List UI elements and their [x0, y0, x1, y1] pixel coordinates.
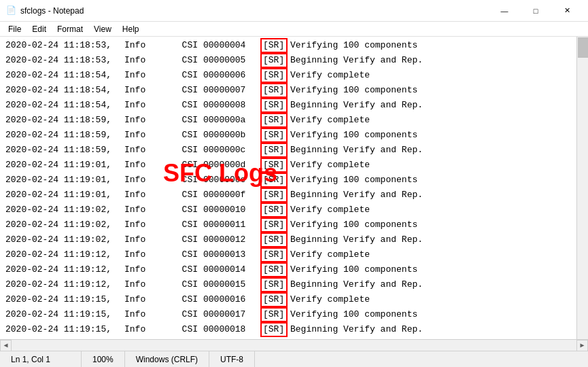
log-code: 00000004: [203, 39, 258, 52]
log-level: Info: [124, 219, 155, 231]
log-message: Verify complete: [290, 159, 370, 171]
log-lines: 2020-02-24 11:18:53, Info CSI 00000004 […: [0, 38, 588, 338]
log-code: 00000008: [203, 99, 258, 111]
log-source: CSI: [160, 54, 198, 67]
scroll-left-arrow[interactable]: ◀: [0, 340, 12, 351]
log-level: Info: [124, 174, 155, 186]
log-message: Verifying 100 components: [290, 264, 417, 276]
title-bar: 📄 sfclogs - Notepad — □ ✕: [0, 0, 588, 22]
log-source: CSI: [160, 279, 198, 291]
log-code: 0000000a: [203, 114, 258, 126]
menu-format[interactable]: Format: [52, 23, 88, 35]
log-message: Verify complete: [290, 69, 370, 82]
log-level: Info: [124, 309, 155, 321]
log-line: 2020-02-24 11:18:53, Info CSI 00000004 […: [0, 38, 588, 53]
log-code: 00000005: [203, 54, 258, 67]
log-source: CSI: [160, 84, 198, 97]
horizontal-scrollbar[interactable]: ◀ ▶: [0, 339, 588, 351]
log-message: Verifying 100 components: [290, 39, 417, 52]
log-sr: [SR]: [260, 322, 288, 337]
log-code: 00000014: [203, 264, 258, 276]
vertical-scrollbar[interactable]: [576, 37, 588, 339]
log-code: 0000000b: [203, 129, 258, 141]
log-sr: [SR]: [260, 232, 288, 247]
encoding[interactable]: UTF-8: [209, 351, 255, 367]
log-datetime: 2020-02-24 11:18:54,: [5, 84, 124, 97]
log-line: 2020-02-24 11:19:15, Info CSI 00000018 […: [0, 322, 588, 337]
log-message: Beginning Verify and Rep.: [290, 54, 423, 67]
log-level: Info: [124, 129, 155, 141]
log-line: 2020-02-24 11:19:12, Info CSI 00000015 […: [0, 277, 588, 292]
log-message: Verify complete: [290, 114, 370, 126]
log-code: 00000010: [203, 204, 258, 216]
log-line: 2020-02-24 11:19:12, Info CSI 00000013 […: [0, 247, 588, 262]
log-sr: [SR]: [260, 262, 288, 277]
log-datetime: 2020-02-24 11:18:54,: [5, 69, 124, 82]
log-sr: [SR]: [260, 292, 288, 307]
status-bar: Ln 1, Col 1 100% Windows (CRLF) UTF-8: [0, 351, 588, 367]
log-datetime: 2020-02-24 11:18:59,: [5, 144, 124, 156]
log-level: Info: [124, 234, 155, 246]
menu-file[interactable]: File: [3, 23, 27, 35]
log-datetime: 2020-02-24 11:18:54,: [5, 99, 124, 111]
log-sr: [SR]: [260, 68, 288, 83]
line-ending[interactable]: Windows (CRLF): [125, 351, 209, 367]
log-message: Beginning Verify and Rep.: [290, 144, 423, 156]
log-datetime: 2020-02-24 11:19:01,: [5, 189, 124, 201]
log-code: 00000006: [203, 69, 258, 82]
log-sr: [SR]: [260, 83, 288, 98]
log-code: 0000000e: [203, 174, 258, 186]
log-level: Info: [124, 69, 155, 82]
log-level: Info: [124, 144, 155, 156]
cursor-position: Ln 1, Col 1: [0, 351, 82, 367]
log-sr: [SR]: [260, 38, 288, 53]
log-line: 2020-02-24 11:18:54, Info CSI 00000008 […: [0, 98, 588, 113]
minimize-button[interactable]: —: [489, 0, 520, 22]
menu-edit[interactable]: Edit: [27, 23, 52, 35]
log-sr: [SR]: [260, 188, 288, 203]
log-source: CSI: [160, 69, 198, 82]
log-sr: [SR]: [260, 217, 288, 232]
log-level: Info: [124, 249, 155, 261]
log-message: Verifying 100 components: [290, 309, 417, 321]
menu-help[interactable]: Help: [117, 23, 145, 35]
menu-view[interactable]: View: [88, 23, 117, 35]
log-level: Info: [124, 84, 155, 97]
log-line: 2020-02-24 11:19:02, Info CSI 00000012 […: [0, 232, 588, 247]
log-code: 00000015: [203, 279, 258, 291]
log-datetime: 2020-02-24 11:19:01,: [5, 159, 124, 171]
log-source: CSI: [160, 324, 198, 336]
menu-bar: File Edit Format View Help: [0, 22, 588, 37]
close-button[interactable]: ✕: [551, 0, 583, 22]
zoom-level[interactable]: 100%: [82, 351, 125, 367]
log-message: Verifying 100 components: [290, 129, 417, 141]
log-line: 2020-02-24 11:18:54, Info CSI 00000006 […: [0, 68, 588, 83]
log-source: CSI: [160, 234, 198, 246]
log-datetime: 2020-02-24 11:18:53,: [5, 54, 124, 67]
log-message: Beginning Verify and Rep.: [290, 234, 423, 246]
log-sr: [SR]: [260, 247, 288, 262]
log-container[interactable]: SFC Logs 2020-02-24 11:18:53, Info CSI 0…: [0, 37, 588, 339]
log-message: Verify complete: [290, 204, 370, 216]
log-message: Verify complete: [290, 294, 370, 306]
log-sr: [SR]: [260, 173, 288, 188]
log-message: Verifying 100 components: [290, 84, 417, 97]
log-level: Info: [124, 54, 155, 67]
log-source: CSI: [160, 189, 198, 201]
log-level: Info: [124, 294, 155, 306]
maximize-button[interactable]: □: [520, 0, 551, 22]
log-line: 2020-02-24 11:19:02, Info CSI 00000010 […: [0, 203, 588, 217]
scrollbar-h-track[interactable]: [12, 340, 576, 351]
scroll-right-arrow[interactable]: ▶: [576, 340, 588, 351]
log-datetime: 2020-02-24 11:19:12,: [5, 279, 124, 291]
log-line: 2020-02-24 11:18:54, Info CSI 00000007 […: [0, 83, 588, 98]
scrollbar-thumb[interactable]: [578, 37, 588, 58]
log-datetime: 2020-02-24 11:19:01,: [5, 174, 124, 186]
log-code: 00000012: [203, 234, 258, 246]
log-message: Beginning Verify and Rep.: [290, 189, 423, 201]
content-area: SFC Logs 2020-02-24 11:18:53, Info CSI 0…: [0, 37, 588, 351]
log-code: 00000013: [203, 249, 258, 261]
log-line: 2020-02-24 11:18:59, Info CSI 0000000a […: [0, 113, 588, 128]
log-source: CSI: [160, 249, 198, 261]
app-icon: 📄: [5, 5, 16, 16]
